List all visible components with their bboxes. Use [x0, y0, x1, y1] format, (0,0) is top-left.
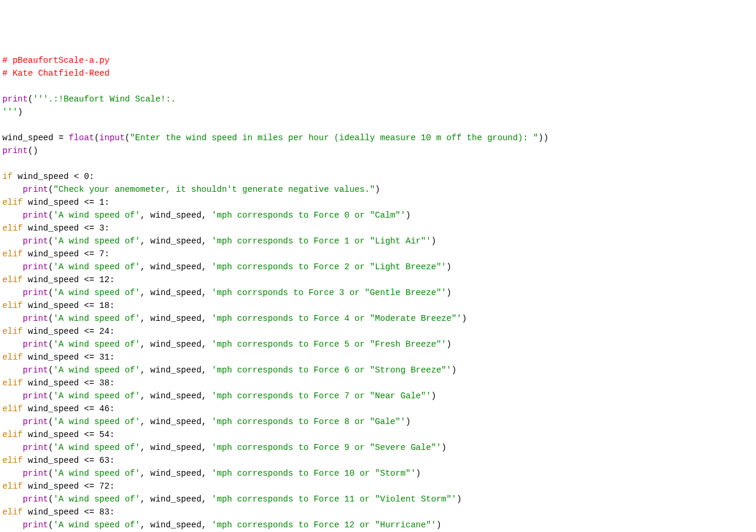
- code-token: ): [446, 262, 452, 272]
- code-token: 'mph corresponds to Force 4 or "Moderate…: [212, 314, 462, 323]
- code-token: wind_speed <= 12:: [23, 275, 115, 284]
- code-token: print: [23, 262, 49, 272]
- code-token: [2, 417, 23, 426]
- code-token: , wind_speed,: [140, 288, 212, 297]
- code-token: [2, 365, 23, 375]
- code-token: ): [431, 236, 436, 246]
- code-token: 'mph corresponds to Force 8 or "Gale"': [212, 417, 406, 426]
- code-line: elif wind_speed <= 72:: [2, 480, 754, 493]
- code-token: [2, 443, 23, 452]
- code-token: 'mph corresponds to Force 12 or "Hurrica…: [212, 520, 436, 530]
- code-token: ): [18, 107, 23, 117]
- code-token: ): [405, 211, 411, 220]
- code-token: '''.:!Beaufort Wind Scale!:.: [33, 94, 176, 104]
- code-line: elif wind_speed <= 1:: [2, 196, 754, 209]
- code-token: [2, 520, 23, 530]
- code-token: # pBeaufortScale-a.py: [2, 56, 110, 65]
- code-token: (: [48, 314, 53, 323]
- code-token: [2, 288, 23, 297]
- code-token: ): [416, 469, 421, 478]
- code-token: wind_speed <= 72:: [23, 482, 115, 491]
- code-token: 'A wind speed of': [53, 417, 140, 426]
- code-token: 'mph corresponds to Force 5 or "Fresh Br…: [212, 340, 446, 349]
- code-token: 'A wind speed of': [53, 314, 140, 323]
- code-token: ): [405, 417, 411, 426]
- code-line: print('A wind speed of', wind_speed, 'mp…: [2, 441, 754, 454]
- code-token: (: [48, 469, 53, 478]
- code-token: 'A wind speed of': [53, 365, 140, 375]
- code-token: wind_speed < 0:: [12, 172, 94, 181]
- code-token: wind_speed <= 38:: [23, 378, 115, 388]
- code-token: wind_speed <= 31:: [23, 353, 115, 362]
- code-token: elif: [2, 378, 23, 388]
- code-token: (: [48, 262, 53, 272]
- code-token: 'A wind speed of': [53, 520, 140, 530]
- code-token: ): [462, 314, 467, 323]
- code-line: print('A wind speed of', wind_speed, 'mp…: [2, 235, 754, 248]
- code-token: elif: [2, 353, 23, 362]
- code-line: # Kate Chatfield-Reed: [2, 67, 754, 80]
- code-token: [2, 211, 23, 220]
- code-token: 'A wind speed of': [53, 288, 140, 297]
- code-line: '''): [2, 106, 754, 118]
- code-token: (: [48, 365, 53, 375]
- code-token: wind_speed <= 63:: [23, 456, 115, 465]
- code-token: wind_speed =: [2, 133, 69, 143]
- code-token: 'mph corresponds to Force 9 or "Severe G…: [212, 443, 442, 452]
- code-line: print('A wind speed of', wind_speed, 'mp…: [2, 209, 754, 222]
- code-token: wind_speed <= 3:: [23, 223, 110, 233]
- code-token: wind_speed <= 24:: [23, 327, 115, 336]
- code-token: 'A wind speed of': [53, 340, 140, 349]
- code-line: print('A wind speed of', wind_speed, 'mp…: [2, 519, 754, 531]
- python-source-code: # pBeaufortScale-a.py# Kate Chatfield-Re…: [2, 54, 754, 532]
- code-token: print: [23, 443, 49, 452]
- code-token: (: [48, 211, 53, 220]
- code-token: wind_speed <= 54:: [23, 430, 115, 439]
- code-token: print: [23, 365, 49, 375]
- code-token: , wind_speed,: [140, 365, 212, 375]
- code-token: , wind_speed,: [140, 211, 212, 220]
- code-token: [2, 262, 23, 272]
- code-token: print: [23, 314, 49, 323]
- code-token: ): [446, 288, 452, 297]
- code-line: print('''.:!Beaufort Wind Scale!:.: [2, 93, 754, 106]
- code-token: (: [48, 520, 53, 530]
- code-line: elif wind_speed <= 12:: [2, 273, 754, 286]
- code-token: wind_speed <= 83:: [23, 507, 115, 517]
- code-token: 'A wind speed of': [53, 211, 140, 220]
- code-line: elif wind_speed <= 18:: [2, 299, 754, 312]
- code-token: elif: [2, 275, 23, 284]
- code-token: 'A wind speed of': [53, 469, 140, 478]
- code-line: elif wind_speed <= 54:: [2, 428, 754, 441]
- code-token: wind_speed <= 7:: [23, 249, 110, 259]
- code-token: print: [23, 185, 49, 194]
- code-token: , wind_speed,: [140, 520, 212, 530]
- code-token: ): [452, 365, 457, 375]
- code-line: elif wind_speed <= 46:: [2, 402, 754, 415]
- code-token: (: [48, 340, 53, 349]
- code-line: print('A wind speed of', wind_speed, 'mp…: [2, 415, 754, 428]
- code-token: (: [48, 185, 53, 194]
- code-line: elif wind_speed <= 31:: [2, 351, 754, 364]
- code-token: ): [441, 443, 446, 452]
- code-token: float: [69, 133, 94, 143]
- code-line: print('A wind speed of', wind_speed, 'mp…: [2, 493, 754, 506]
- code-token: elif: [2, 482, 23, 491]
- code-line: print('A wind speed of', wind_speed, 'mp…: [2, 312, 754, 325]
- code-token: , wind_speed,: [140, 469, 212, 478]
- code-line: print('A wind speed of', wind_speed, 'mp…: [2, 364, 754, 377]
- code-token: [2, 494, 23, 504]
- code-token: [2, 469, 23, 478]
- code-token: ): [375, 185, 380, 194]
- code-line: elif wind_speed <= 38:: [2, 377, 754, 389]
- code-token: print: [23, 211, 49, 220]
- code-token: if: [2, 172, 12, 181]
- code-token: print: [23, 417, 49, 426]
- code-token: , wind_speed,: [140, 314, 212, 323]
- code-token: print: [23, 288, 49, 297]
- code-token: 'A wind speed of': [53, 494, 140, 504]
- code-token: 'mph corresponds to Force 2 or "Light Br…: [212, 262, 446, 272]
- code-token: 'mph corresponds to Force 0 or "Calm"': [212, 211, 406, 220]
- code-line: [2, 80, 754, 93]
- code-token: (: [28, 94, 33, 104]
